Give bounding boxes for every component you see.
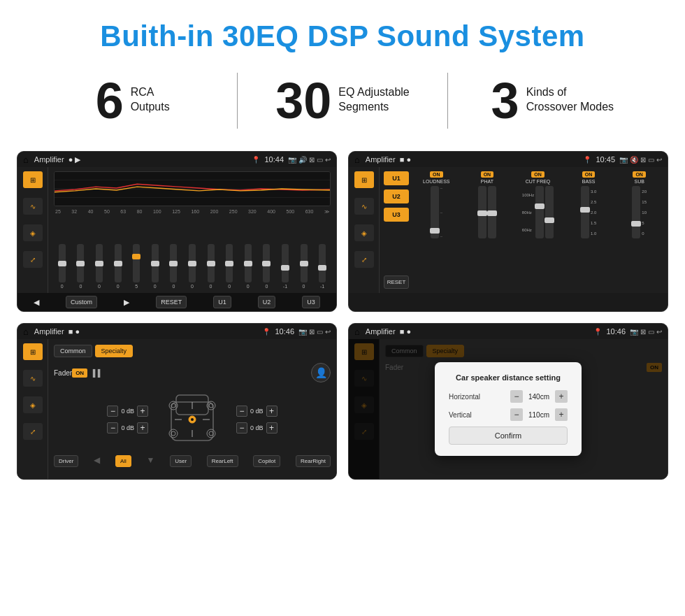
fader-rearright-btn[interactable]: RearRight xyxy=(296,455,331,467)
eq-thumb-5[interactable] xyxy=(132,254,140,259)
eq-track-10[interactable] xyxy=(226,244,233,282)
eq-track-8[interactable] xyxy=(189,244,196,282)
eq-u1-btn[interactable]: U1 xyxy=(213,296,231,308)
dsp-reset-btn[interactable]: RESET xyxy=(384,275,409,289)
loudness-thumb[interactable] xyxy=(430,228,440,234)
bass-on-badge[interactable]: ON xyxy=(582,171,596,178)
phat-thumb-g[interactable] xyxy=(477,210,487,216)
fader-wave-icon[interactable]: ∿ xyxy=(23,370,43,387)
phat-track-g[interactable] xyxy=(478,186,486,238)
eq-prev-icon[interactable]: ◀ xyxy=(34,298,39,307)
eq-track-11[interactable] xyxy=(245,244,252,282)
eq-thumb-3[interactable] xyxy=(95,261,103,266)
sub-on-badge[interactable]: ON xyxy=(633,171,646,178)
sub-track[interactable] xyxy=(632,186,640,238)
bass-track[interactable] xyxy=(581,186,589,238)
home-icon-3[interactable]: ⌂ xyxy=(23,327,29,337)
eq-thumb-2[interactable] xyxy=(76,261,85,266)
phat-track-f[interactable] xyxy=(488,186,496,238)
phat-on-badge[interactable]: ON xyxy=(481,171,494,178)
dialog-vertical-plus[interactable]: + xyxy=(555,408,568,421)
dsp-u1-btn[interactable]: U1 xyxy=(384,171,409,185)
eq-track-13[interactable] xyxy=(282,244,289,282)
eq-expand-icon[interactable]: ⤢ xyxy=(23,251,43,268)
eq-tune-icon[interactable]: ⊞ xyxy=(23,171,43,188)
fader-fl-minus[interactable]: − xyxy=(107,406,118,417)
eq-reset-btn[interactable]: RESET xyxy=(156,296,187,308)
eq-track-7[interactable] xyxy=(170,244,177,282)
fader-rl-minus[interactable]: − xyxy=(107,422,118,434)
cutfreq-track-f[interactable] xyxy=(535,186,544,238)
eq-track-12[interactable] xyxy=(263,244,270,282)
fader-user-btn[interactable]: User xyxy=(170,455,192,467)
eq-track-4[interactable] xyxy=(115,244,122,282)
cutfreq-thumb[interactable] xyxy=(535,203,545,209)
dsp-speaker-icon[interactable]: ◈ xyxy=(354,224,374,241)
dialog-horizontal-plus[interactable]: + xyxy=(555,390,568,403)
fader-on-badge[interactable]: ON xyxy=(72,368,87,378)
fader-rearleft-btn[interactable]: RearLeft xyxy=(207,455,238,467)
fader-fl-plus[interactable]: + xyxy=(137,406,148,417)
home-icon-2[interactable]: ⌂ xyxy=(354,155,360,165)
fader-driver-btn[interactable]: Driver xyxy=(54,455,78,467)
dsp-u3-btn[interactable]: U3 xyxy=(384,208,409,222)
back-icon[interactable]: ↩ xyxy=(325,156,331,164)
fader-left-arrow[interactable]: ◀ xyxy=(94,455,100,467)
fader-tab-common[interactable]: Common xyxy=(54,345,92,357)
home-icon[interactable]: ⌂ xyxy=(23,155,29,165)
eq-thumb-6[interactable] xyxy=(151,261,159,266)
eq-track-15[interactable] xyxy=(319,244,326,282)
dsp-expand-icon[interactable]: ⤢ xyxy=(354,251,374,268)
eq-speaker-icon[interactable]: ◈ xyxy=(23,224,43,241)
fader-fr-minus[interactable]: − xyxy=(236,406,247,417)
loudness-on-badge[interactable]: ON xyxy=(430,171,443,178)
eq-thumb-1[interactable] xyxy=(58,261,66,266)
home-icon-4[interactable]: ⌂ xyxy=(354,327,360,337)
eq-thumb-9[interactable] xyxy=(207,261,215,266)
fader-speaker-icon[interactable]: ◈ xyxy=(23,396,43,413)
eq-thumb-11[interactable] xyxy=(244,261,252,266)
dsp-tune-icon[interactable]: ⊞ xyxy=(354,171,374,188)
phat-thumb-f[interactable] xyxy=(487,210,497,216)
eq-wave-icon[interactable]: ∿ xyxy=(23,198,43,215)
eq-thumb-7[interactable] xyxy=(169,261,178,266)
dialog-vertical-minus[interactable]: − xyxy=(510,408,523,421)
fader-rl-plus[interactable]: + xyxy=(137,422,148,434)
eq-thumb-15[interactable] xyxy=(318,265,326,271)
eq-thumb-13[interactable] xyxy=(281,265,289,271)
eq-thumb-10[interactable] xyxy=(225,261,233,266)
back-icon-4[interactable]: ↩ xyxy=(656,328,662,336)
eq-play-icon[interactable]: ▶ xyxy=(124,298,129,307)
fader-fr-plus[interactable]: + xyxy=(266,406,277,417)
fader-tune-icon[interactable]: ⊞ xyxy=(23,343,43,360)
dialog-confirm-btn[interactable]: Confirm xyxy=(449,427,568,445)
eq-track-9[interactable] xyxy=(208,244,215,282)
back-icon-2[interactable]: ↩ xyxy=(656,156,662,164)
fader-rr-minus[interactable]: − xyxy=(236,422,247,434)
cutfreq-thumb-g[interactable] xyxy=(545,217,554,223)
fader-rr-plus[interactable]: + xyxy=(266,422,277,434)
eq-thumb-4[interactable] xyxy=(114,261,122,266)
sub-thumb[interactable] xyxy=(631,221,641,227)
fader-profile-icon[interactable]: 👤 xyxy=(311,363,331,382)
back-icon-3[interactable]: ↩ xyxy=(325,328,331,336)
loudness-track[interactable] xyxy=(431,186,439,238)
eq-track-6[interactable] xyxy=(152,244,159,282)
fader-tab-specialty[interactable]: Specialty xyxy=(95,345,134,357)
eq-thumb-14[interactable] xyxy=(300,261,308,266)
eq-u2-btn[interactable]: U2 xyxy=(258,296,276,308)
eq-track-1[interactable] xyxy=(59,244,66,282)
eq-thumb-12[interactable] xyxy=(262,261,271,266)
fader-expand-icon[interactable]: ⤢ xyxy=(23,423,43,440)
dsp-u2-btn[interactable]: U2 xyxy=(384,189,409,203)
dsp-wave-icon[interactable]: ∿ xyxy=(354,198,374,215)
fader-copilot-btn[interactable]: Copilot xyxy=(253,455,280,467)
cutfreq-on-badge[interactable]: ON xyxy=(531,171,545,178)
eq-track-3[interactable] xyxy=(96,244,103,282)
eq-thumb-8[interactable] xyxy=(188,261,196,266)
bass-thumb[interactable] xyxy=(580,207,590,213)
cutfreq-track-g[interactable] xyxy=(545,186,554,238)
fader-down-arrow[interactable]: ▼ xyxy=(147,455,155,467)
eq-custom-btn[interactable]: Custom xyxy=(66,296,97,308)
eq-track-14[interactable] xyxy=(301,244,308,282)
